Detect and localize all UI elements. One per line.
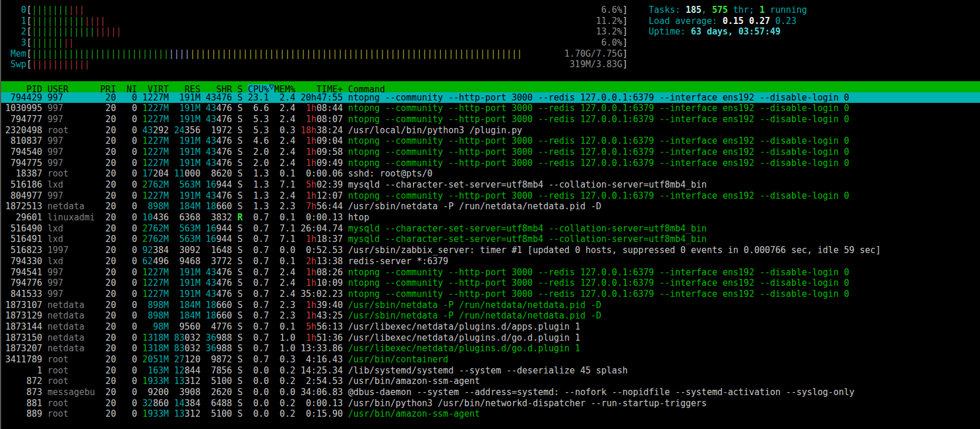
process-row-1030995[interactable]: 1030995 997 20 0 1227M 191M 43476 S 6.6 … — [0, 103, 980, 114]
cell-virt-text — [137, 212, 143, 223]
cell-res-text: 191M — [179, 136, 200, 146]
cell-time-text: 02:39 — [317, 179, 343, 190]
process-row-794540[interactable]: 794540 997 20 0 1227M 191M 43476 S 2.0 2… — [0, 147, 980, 158]
process-row-872[interactable]: 872 root 20 0 1933M 13312 5100 S 0.0 0.2… — [0, 376, 980, 387]
cell-cpu: 1.3 — [242, 168, 269, 179]
cell-res-text: 563M — [179, 223, 200, 234]
column-header-cpu-sorted[interactable]: CPU%▽ — [248, 84, 274, 92]
process-row-1872513[interactable]: 1872513 netdata 20 0 898M 184M 18660 S 1… — [0, 201, 980, 212]
cell-user: netdata — [47, 333, 95, 343]
column-header-shr[interactable]: SHR — [206, 84, 232, 92]
process-row-516186[interactable]: 516186 lxd 20 0 2762M 563M 16944 S 1.3 7… — [0, 179, 980, 191]
process-row-794541[interactable]: 794541 997 20 0 1227M 191M 43476 S 0.7 2… — [0, 267, 980, 278]
cell-user-text: 997 — [47, 147, 95, 157]
meter-close-bracket: ] — [623, 49, 628, 59]
cell-res-text: 6368 — [179, 212, 200, 223]
process-row-1873107[interactable]: 1873107 netdata 20 0 898M 184M 18660 S 0… — [0, 300, 980, 311]
cell-res-text — [169, 201, 174, 212]
process-row-794776[interactable]: 794776 997 20 0 1227M 191M 43476 S 0.7 2… — [0, 278, 980, 289]
col-gap — [42, 376, 47, 386]
cell-virt: 17204 — [137, 168, 169, 179]
process-row-794330[interactable]: 794330 lxd 20 0 62496 9468 3772 S 0.7 0.… — [0, 256, 980, 267]
cell-virt-text — [137, 103, 143, 113]
cell-command: mysqld --character-set-server=utf8mb4 --… — [343, 234, 707, 244]
col-gap-text — [42, 310, 47, 321]
column-header-cmd[interactable]: Command — [348, 84, 385, 92]
cell-virt-text — [137, 398, 143, 409]
cell-pid-text: 1873207 — [0, 343, 42, 354]
cell-time: 1h08:07 — [296, 114, 343, 124]
column-header-virt[interactable]: VIRT — [143, 84, 169, 92]
column-header-res[interactable]: RES — [174, 84, 200, 92]
cell-pri-ni: 20 0 — [95, 92, 137, 103]
process-row-29601[interactable]: 29601 linuxadmi 20 0 10436 6368 3832 R 0… — [0, 212, 980, 223]
cell-cpu: 2.0 — [242, 147, 269, 157]
cell-command-text: ntopng --community --http-port 3000 --re… — [348, 267, 849, 278]
process-row-1873144[interactable]: 1873144 netdata 20 0 98M 9560 4776 S 0.7… — [0, 321, 980, 333]
process-row-18387[interactable]: 18387 root 20 0 17204 11000 8620 S 1.3 0… — [0, 168, 980, 179]
process-row-810837[interactable]: 810837 997 20 0 1227M 191M 43476 S 4.6 2… — [0, 136, 980, 147]
process-row-794775[interactable]: 794775 997 20 0 1227M 191M 43476 S 2.0 2… — [0, 158, 980, 169]
column-header-pri[interactable]: PRI — [100, 84, 116, 92]
cell-command-text — [343, 147, 348, 157]
process-row-881[interactable]: 881 root 20 0 32860 14384 6488 S 0.0 0.2… — [0, 398, 980, 409]
cell-user-text: netdata — [47, 201, 95, 212]
process-row-516823[interactable]: 516823 1997 20 0 92384 3092 1648 S 0.7 0… — [0, 245, 980, 256]
htop-terminal: 0[|||||||||| 6.6%] Tasks: 185, 575 thr; … — [0, 0, 980, 429]
cell-res-text: 12 — [174, 365, 185, 376]
cell-pri-ni-text: 20 0 — [95, 289, 137, 299]
column-header-mem[interactable]: MEM% — [274, 84, 296, 92]
cell-res-text: 184M — [179, 310, 200, 321]
process-row-2320498[interactable]: 2320498 root 20 0 43292 24356 1972 S 5.3… — [0, 125, 980, 136]
process-row-873[interactable]: 873 messagebu 20 0 9200 3908 2620 S 0.0 … — [0, 387, 980, 398]
cell-res-text — [174, 201, 179, 212]
cell-pid: 804977 — [0, 191, 42, 201]
cell-res-text — [169, 300, 174, 310]
process-row-516490[interactable]: 516490 lxd 20 0 2762M 563M 16944 S 0.7 7… — [0, 223, 980, 234]
process-row-794429[interactable]: 794429 997 20 0 1227M 191M 43476 S 23.1 … — [0, 92, 980, 103]
cell-virt-text — [137, 92, 143, 103]
cell-pri-ni-text: 20 0 — [95, 343, 137, 354]
process-row-3411789[interactable]: 3411789 root 20 0 2051M 27120 9872 S 0.7… — [0, 354, 980, 365]
cell-time-text — [296, 168, 301, 179]
cell-time: 1h39:40 — [296, 300, 343, 310]
cell-pri-ni: 20 0 — [95, 387, 137, 397]
terminal-left-edge — [0, 0, 1, 429]
cell-virt-text — [137, 354, 143, 365]
cell-time: 20h47:55 — [296, 92, 343, 103]
process-row-889[interactable]: 889 root 20 0 1933M 13312 5100 S 0.0 0.2… — [0, 409, 980, 420]
cell-shr-text — [200, 365, 206, 376]
cell-res-text — [174, 103, 179, 113]
cell-pri-ni-text: 20 0 — [95, 267, 137, 278]
col-gap-text — [42, 103, 47, 113]
process-row-1[interactable]: 1 root 20 0 163M 12844 7856 S 0.0 0.2 14… — [0, 365, 980, 376]
cell-command: /usr/bin/python3 /usr/bin/networkd-dispa… — [343, 398, 707, 409]
cell-shr: 1648 — [200, 245, 232, 255]
process-row-794777[interactable]: 794777 997 20 0 1227M 191M 43476 S 5.3 2… — [0, 114, 980, 125]
process-row-1873129[interactable]: 1873129 netdata 20 0 898M 184M 18660 S 0… — [0, 310, 980, 321]
cell-virt-text: 1 — [143, 289, 148, 299]
cell-pid: 516823 — [0, 245, 42, 255]
cell-shr-text: 36 — [206, 343, 216, 354]
process-row-516491[interactable]: 516491 lxd 20 0 2762M 563M 16944 S 0.7 7… — [0, 234, 980, 245]
column-header-pid[interactable]: PID — [0, 84, 42, 92]
process-row-841533[interactable]: 841533 997 20 0 1227M 191M 43476 S 0.7 2… — [0, 289, 980, 300]
col-gap — [95, 84, 100, 92]
process-row-1873207[interactable]: 1873207 netdata 20 0 1318M 83032 36988 S… — [0, 343, 980, 354]
column-header-user[interactable]: USER — [47, 84, 95, 92]
cell-pid: 794775 — [0, 158, 42, 168]
cell-user: root — [47, 409, 95, 419]
process-row-1873150[interactable]: 1873150 netdata 20 0 1318M 83032 36988 S… — [0, 333, 980, 344]
cell-shr-text: 18 — [206, 201, 216, 212]
cell-shr-text — [200, 234, 206, 244]
column-header-time[interactable]: TIME+ — [301, 84, 343, 92]
cell-shr-text — [206, 365, 211, 376]
column-header-ni[interactable]: NI — [121, 84, 137, 92]
cell-virt-text — [137, 376, 143, 386]
cell-virt-text: 1 — [143, 267, 148, 278]
process-row-804977[interactable]: 804977 997 20 0 1227M 191M 43476 S 1.3 2… — [0, 191, 980, 202]
cell-pid-text: 516186 — [0, 179, 42, 190]
cell-state: S — [232, 310, 242, 321]
cell-virt-text: 17 — [143, 168, 153, 179]
cell-virt-text: 1 — [143, 114, 148, 124]
